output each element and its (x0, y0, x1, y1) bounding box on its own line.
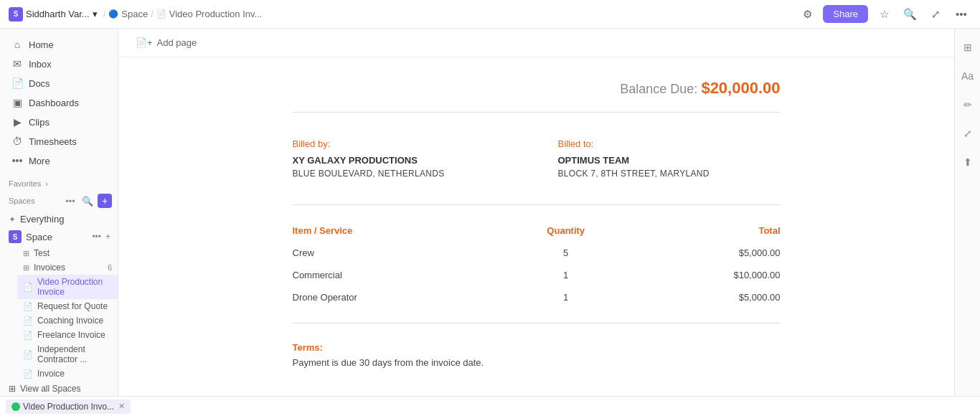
sub-item-independent-contractor[interactable]: 📄 Independent Contractor ... (17, 342, 118, 367)
sidebar-item-timesheets[interactable]: ⏱ Timesheets (3, 132, 115, 151)
doc-icon-7: 📄 (23, 369, 33, 379)
sidebar-space-item[interactable]: S Space ••• + (0, 227, 118, 246)
rt-pen-button[interactable]: ✏ (958, 95, 978, 115)
timesheets-icon: ⏱ (11, 136, 23, 147)
sub-items-list: ⊞ Test ⊞ Invoices 6 📄 Video Production I… (17, 246, 118, 381)
sub-item-request-for-quote[interactable]: 📄 Request for Quote (17, 299, 118, 313)
row-total: $10,000.00 (628, 264, 781, 286)
sidebar-item-dashboards[interactable]: ▣ Dashboards (3, 93, 115, 112)
sub-item-freelance-invoice[interactable]: 📄 Freelance Invoice (17, 328, 118, 342)
sidebar-item-clips[interactable]: ▶ Clips (3, 113, 115, 131)
col-item-header: Item / Service (293, 219, 504, 242)
sidebar-item-inbox[interactable]: ✉ Inbox (3, 55, 115, 73)
page-toolbar: 📄+ Add page (118, 29, 954, 57)
content-area: 📄+ Add page Balance Due: $20,000.00 Bill… (118, 29, 980, 396)
balance-due-label: Balance Due: (620, 82, 697, 96)
row-total: $5,000.00 (628, 242, 781, 264)
col-quantity-header: Quantity (504, 219, 628, 242)
topbar-left: S Siddharth Var... ▾ / 🔵 Space / 📄 Video… (9, 7, 262, 22)
tab-bar: Video Production Invo... ✕ (0, 396, 980, 416)
sub-item-video-production-invoice[interactable]: 📄 Video Production Invoice (17, 275, 118, 299)
breadcrumb-space[interactable]: 🔵 Space (108, 9, 148, 19)
table-row: Crew 5 $5,000.00 (293, 242, 781, 264)
row-quantity: 5 (504, 242, 628, 264)
list-icon-2: ⊞ (23, 263, 29, 273)
spaces-search-button[interactable]: 🔍 (80, 194, 95, 208)
tab-close-button[interactable]: ✕ (118, 402, 125, 410)
space-badge: S (9, 230, 22, 243)
billed-by-block: Billed by: XY GALAXY PRODUCTIONS BLUE BO… (293, 138, 515, 179)
settings-icon[interactable]: ⚙ (797, 4, 817, 24)
chevron-right-icon: › (45, 179, 48, 188)
divider-3 (293, 323, 781, 323)
invoice-container: Balance Due: $20,000.00 Billed by: XY GA… (250, 57, 824, 396)
sidebar-item-everything[interactable]: ✦ Everything (0, 211, 118, 227)
view-all-spaces[interactable]: ⊞ View all Spaces (0, 381, 118, 396)
share-button[interactable]: Share (823, 5, 868, 23)
workspace-name[interactable]: S Siddharth Var... ▾ (9, 7, 98, 22)
billed-to-company: OPTIMUS TEAM (558, 155, 781, 166)
space-actions: ••• + (90, 232, 112, 242)
divider-1 (293, 112, 781, 113)
rt-share-button[interactable]: ⬆ (958, 152, 978, 172)
expand-icon[interactable]: ⤢ (925, 4, 946, 24)
workspace-avatar: S (9, 7, 23, 22)
doc-icon-4: 📄 (23, 316, 33, 326)
table-row: Commercial 1 $10,000.00 (293, 264, 781, 286)
rt-expand-button[interactable]: ⤢ (958, 123, 978, 143)
page-area: 📄+ Add page Balance Due: $20,000.00 Bill… (118, 29, 954, 396)
dashboards-icon: ▣ (11, 97, 23, 108)
more-icon[interactable]: ••• (951, 4, 971, 24)
tab-favicon (11, 402, 20, 411)
row-item: Crew (293, 242, 504, 264)
sub-item-invoices[interactable]: ⊞ Invoices 6 (17, 260, 118, 275)
billed-by-label: Billed by: (293, 138, 515, 149)
sub-item-invoice[interactable]: 📄 Invoice (17, 367, 118, 381)
balance-due-section: Balance Due: $20,000.00 (293, 79, 781, 98)
add-page-icon: 📄+ (136, 37, 153, 48)
clips-icon: ▶ (11, 116, 23, 128)
spaces-add-button[interactable]: + (98, 194, 112, 208)
billed-to-address: BLOCK 7, 8TH STREET, MARYLAND (558, 169, 781, 179)
doc-icon-5: 📄 (23, 331, 33, 340)
everything-icon: ✦ (9, 214, 16, 224)
doc-icon-6: 📄 (23, 350, 33, 359)
search-icon[interactable]: 🔍 (900, 4, 920, 24)
inbox-icon: ✉ (11, 58, 23, 70)
rt-font-button[interactable]: Aa (958, 66, 978, 86)
row-quantity: 1 (504, 286, 628, 308)
sidebar-item-home[interactable]: ⌂ Home (3, 35, 115, 54)
tab-video-production[interactable]: Video Production Invo... ✕ (6, 400, 131, 414)
right-toolbar: ⊞ Aa ✏ ⤢ ⬆ (954, 29, 980, 396)
sidebar: ⌂ Home ✉ Inbox 📄 Docs ▣ Dashboards ▶ Cli… (0, 29, 118, 396)
row-quantity: 1 (504, 264, 628, 286)
doc-icon-2: 📄 (23, 283, 33, 292)
sub-item-coaching-invoice[interactable]: 📄 Coaching Invoice (17, 313, 118, 328)
space-icon: 🔵 (108, 9, 118, 19)
billed-to-label: Billed to: (558, 138, 781, 149)
breadcrumb-doc[interactable]: 📄 Video Production Inv... (156, 9, 263, 19)
sub-item-test[interactable]: ⊞ Test (17, 246, 118, 260)
add-page-button[interactable]: 📄+ Add page (130, 34, 202, 51)
row-total: $5,000.00 (628, 286, 781, 308)
favorites-section[interactable]: Favorites › (0, 176, 118, 191)
sidebar-item-more[interactable]: ••• More (3, 151, 115, 170)
star-icon[interactable]: ☆ (874, 4, 894, 24)
topbar-right: ⚙ Share ☆ 🔍 ⤢ ••• (797, 4, 971, 24)
row-item: Drone Operator (293, 286, 504, 308)
doc-icon-3: 📄 (23, 302, 33, 311)
spaces-header: Spaces ••• 🔍 + (0, 191, 118, 211)
billed-by-address: BLUE BOULEVARD, NETHERLANDS (293, 169, 515, 179)
list-icon: ⊞ (23, 249, 29, 258)
col-total-header: Total (628, 219, 781, 242)
space-more-button[interactable]: ••• (90, 232, 103, 242)
spaces-actions: ••• 🔍 + (63, 194, 112, 208)
more-dots-icon: ••• (11, 155, 23, 166)
chevron-down-icon: ▾ (93, 9, 98, 19)
rt-layout-button[interactable]: ⊞ (958, 37, 978, 57)
sidebar-item-docs[interactable]: 📄 Docs (3, 74, 115, 93)
space-add-button[interactable]: + (104, 232, 112, 242)
terms-section: Terms: Payment is due 30 days from the i… (293, 335, 781, 375)
spaces-more-button[interactable]: ••• (63, 194, 77, 208)
topbar: S Siddharth Var... ▾ / 🔵 Space / 📄 Video… (0, 0, 980, 29)
